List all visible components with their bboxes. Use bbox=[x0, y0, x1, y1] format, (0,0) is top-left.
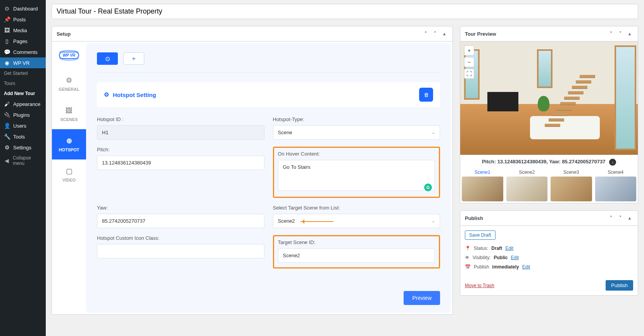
pages-icon: ▯ bbox=[4, 38, 10, 44]
select-target-scene[interactable]: Scene2 ⌄ bbox=[273, 214, 440, 228]
thumb-label: Scene2 bbox=[506, 170, 548, 175]
select-value: Scene2 bbox=[278, 218, 295, 224]
sidebar-item-dashboard[interactable]: ⊙Dashboard bbox=[0, 3, 46, 14]
caret-up-icon[interactable]: ▴ bbox=[626, 215, 633, 222]
preview-button[interactable]: Preview bbox=[404, 291, 440, 305]
fullscreen-button[interactable]: ⛶ bbox=[464, 69, 474, 79]
sidebar-label: Appearance bbox=[13, 101, 40, 107]
chevron-up-icon[interactable]: ˄ bbox=[608, 30, 615, 37]
vr-icon: ◉ bbox=[4, 60, 10, 66]
edit-status-link[interactable]: Edit bbox=[505, 246, 513, 251]
edit-schedule-link[interactable]: Edit bbox=[522, 264, 530, 270]
thumb-image bbox=[551, 177, 592, 201]
edit-visibility-link[interactable]: Edit bbox=[511, 255, 519, 260]
scene-thumb-4[interactable]: Scene4 bbox=[595, 170, 637, 201]
scene-thumb-1[interactable]: Scene1 bbox=[462, 170, 503, 201]
sidebar-item-wpvr[interactable]: ◉WP VR bbox=[0, 57, 46, 68]
sidebar-collapse[interactable]: ◀Collapse menu bbox=[0, 153, 46, 168]
thumb-label: Scene4 bbox=[595, 170, 637, 175]
grammarly-icon[interactable]: G bbox=[424, 184, 432, 191]
chevron-up-icon[interactable]: ˄ bbox=[422, 30, 429, 37]
hotspot-setting-title: Hotspot Setting bbox=[113, 92, 156, 98]
label-yaw: Yaw: bbox=[97, 205, 264, 211]
scene-thumb-3[interactable]: Scene3 bbox=[551, 170, 592, 201]
chevron-down-icon: ⌄ bbox=[432, 130, 435, 135]
arrow-annotation bbox=[300, 221, 333, 222]
chevron-up-icon[interactable]: ˄ bbox=[608, 215, 615, 222]
setup-content: ⊙ ＋ ⚙ Hotspot Setting 🗑 bbox=[86, 43, 451, 313]
hotspot-tab-add[interactable]: ＋ bbox=[123, 52, 144, 65]
sidebar-label: Collapse menu bbox=[13, 155, 42, 166]
move-to-trash-link[interactable]: Move to Trash bbox=[465, 283, 494, 288]
label-select-target: Select Target Scene from List: bbox=[273, 205, 440, 211]
status-value: Draft bbox=[491, 246, 502, 251]
sidebar-item-media[interactable]: 🖾Media bbox=[0, 25, 46, 36]
sidebar-sub-tours[interactable]: Tours bbox=[0, 78, 46, 88]
post-title-input[interactable] bbox=[52, 4, 638, 19]
status-row: 📍 Status: Draft Edit bbox=[465, 244, 633, 253]
input-pitch[interactable] bbox=[97, 156, 264, 170]
publish-panel: Publish ˄ ˅ ▴ Save Draft 📍 Status: Draft bbox=[460, 210, 638, 296]
sidebar-label: Posts bbox=[13, 17, 26, 23]
chevron-down-icon[interactable]: ˅ bbox=[432, 30, 439, 37]
sidebar-item-plugins[interactable]: 🔌Plugins bbox=[0, 109, 46, 120]
user-icon: 👤 bbox=[4, 123, 10, 129]
sidebar-sub-add-new-tour[interactable]: Add New Tour bbox=[0, 88, 46, 99]
tour-preview-title: Tour Preview bbox=[465, 31, 496, 37]
delete-hotspot-button[interactable]: 🗑 bbox=[419, 88, 433, 102]
sidebar-sub-get-started[interactable]: Get Started bbox=[0, 68, 46, 78]
tab-hotspot[interactable]: ⊕HOTSPOT bbox=[52, 129, 86, 159]
save-draft-button[interactable]: Save Draft bbox=[465, 230, 496, 240]
pin-icon: 📌 bbox=[4, 16, 10, 23]
textarea-on-hover[interactable] bbox=[278, 160, 435, 191]
select-hotspot-type[interactable]: Scene ⌄ bbox=[273, 125, 440, 140]
label-on-hover: On Hover Content: bbox=[278, 151, 435, 157]
thumb-image bbox=[595, 177, 637, 201]
setup-title: Setup bbox=[57, 31, 71, 37]
tab-video[interactable]: ▢VIDEO bbox=[52, 159, 86, 190]
schedule-row: 📅 Publish immediately Edit bbox=[465, 262, 633, 272]
video-icon: ▢ bbox=[66, 167, 73, 175]
sidebar-item-appearance[interactable]: 🖌Appearance bbox=[0, 99, 46, 109]
calendar-icon: 📅 bbox=[465, 264, 471, 270]
input-target-scene-id[interactable] bbox=[278, 248, 435, 263]
sidebar-label: WP VR bbox=[13, 60, 29, 66]
tab-logo[interactable]: WP VR bbox=[52, 42, 86, 69]
tab-general[interactable]: ⚙GENERAL bbox=[52, 69, 86, 99]
sidebar-label: Comments bbox=[13, 49, 38, 55]
input-hotspot-id[interactable] bbox=[97, 125, 264, 140]
scene-thumb-2[interactable]: Scene2 bbox=[506, 170, 548, 201]
publish-button[interactable]: Publish bbox=[606, 280, 633, 291]
sidebar-item-tools[interactable]: 🔧Tools bbox=[0, 131, 46, 142]
pin-icon: 📍 bbox=[465, 246, 471, 251]
hotspot-tab-current[interactable]: ⊙ bbox=[97, 52, 118, 65]
schedule-value: immediately bbox=[492, 264, 519, 270]
download-icon[interactable]: ↓ bbox=[609, 159, 616, 166]
tab-label: SCENES bbox=[60, 117, 78, 122]
chevron-down-icon[interactable]: ˅ bbox=[617, 215, 624, 222]
logo-badge: WP VR bbox=[59, 52, 79, 59]
sidebar-item-posts[interactable]: 📌Posts bbox=[0, 14, 46, 25]
caret-up-icon[interactable]: ▴ bbox=[626, 30, 633, 37]
visibility-label: Visibility: bbox=[473, 255, 490, 260]
sidebar-item-comments[interactable]: 💬Comments bbox=[0, 47, 46, 57]
sidebar-label: Settings bbox=[13, 145, 31, 151]
sidebar-item-settings[interactable]: ⚙Settings bbox=[0, 142, 46, 153]
tab-scenes[interactable]: 🖼SCENES bbox=[52, 99, 86, 129]
comment-icon: 💬 bbox=[4, 49, 10, 55]
sidebar-item-users[interactable]: 👤Users bbox=[0, 120, 46, 131]
input-yaw[interactable] bbox=[97, 214, 264, 228]
input-icon-class[interactable] bbox=[97, 244, 264, 258]
sidebar-item-pages[interactable]: ▯Pages bbox=[0, 36, 46, 47]
caret-up-icon[interactable]: ▴ bbox=[441, 30, 448, 37]
zoom-in-button[interactable]: + bbox=[464, 45, 474, 55]
preview-canvas[interactable]: + − ⛶ bbox=[460, 42, 638, 155]
label-hotspot-type: Hotspot-Type: bbox=[273, 116, 440, 122]
target-icon: ⊕ bbox=[66, 137, 72, 145]
eye-icon: 👁 bbox=[465, 255, 470, 260]
visibility-value: Public bbox=[494, 255, 508, 260]
chevron-down-icon[interactable]: ˅ bbox=[617, 30, 624, 37]
tour-preview-panel: Tour Preview ˄ ˅ ▴ bbox=[460, 26, 638, 203]
tab-label: GENERAL bbox=[59, 87, 79, 92]
zoom-out-button[interactable]: − bbox=[464, 57, 474, 67]
